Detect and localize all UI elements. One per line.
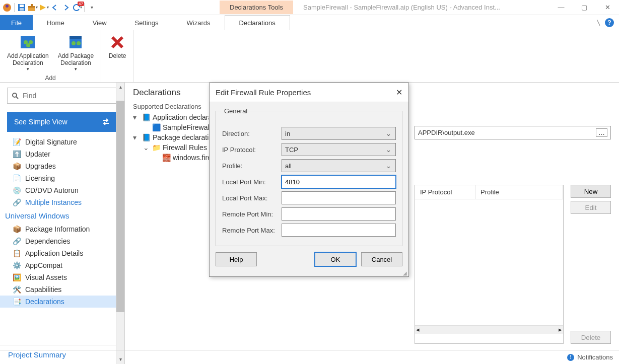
remote-port-min-label: Remote Port Min: — [222, 210, 282, 218]
nav-licensing[interactable]: 📄Licensing — [0, 172, 124, 184]
nav-capabilities[interactable]: 🛠️Capabilities — [0, 283, 124, 296]
remote-port-max-input[interactable] — [282, 224, 396, 237]
nav-updater[interactable]: ⬆️Updater — [0, 148, 124, 160]
ip-protocol-select[interactable]: TCP — [282, 143, 396, 156]
profile-select[interactable]: all — [282, 159, 396, 172]
left-scrollbar[interactable]: ▴ ▾ — [116, 83, 124, 364]
cancel-button[interactable]: Cancel — [361, 252, 402, 266]
chevron-down-icon[interactable]: ▾ — [133, 113, 140, 121]
scroll-up-icon[interactable]: ▴ — [116, 83, 124, 92]
chevron-down-icon[interactable]: ⌄ — [143, 143, 150, 152]
tab-view[interactable]: View — [79, 15, 121, 30]
close-button[interactable]: ✕ — [596, 0, 619, 15]
build-icon[interactable]: ▾ — [28, 3, 38, 13]
back-icon[interactable] — [50, 3, 60, 13]
search-input[interactable] — [7, 88, 117, 104]
svg-point-18 — [13, 93, 17, 97]
nav-package-information[interactable]: 📦Package Information — [0, 223, 124, 235]
upgrades-icon: 📦 — [12, 162, 21, 171]
scroll-left-icon[interactable]: ◂ — [416, 326, 420, 334]
contextual-tab-label: Declarations Tools — [220, 1, 293, 14]
scroll-thumb[interactable] — [116, 101, 124, 312]
nav-cddvd[interactable]: 💿CD/DVD Autorun — [0, 184, 124, 196]
general-legend: General — [222, 107, 249, 115]
col-profile[interactable]: Profile — [475, 185, 563, 199]
qat-customize-icon[interactable]: ▾ — [87, 3, 97, 13]
delete-button[interactable]: Delete — [105, 32, 129, 71]
svg-marker-8 — [40, 5, 46, 11]
maximize-button[interactable]: ▢ — [573, 0, 596, 15]
svg-line-19 — [16, 97, 18, 99]
tab-settings[interactable]: Settings — [121, 15, 173, 30]
svg-point-16 — [72, 41, 76, 45]
assets-icon: 🖼️ — [12, 273, 21, 282]
forward-icon[interactable] — [61, 3, 71, 13]
local-port-max-input[interactable] — [282, 191, 396, 204]
svg-rect-4 — [20, 8, 24, 11]
nav-application-details[interactable]: 📋Application Details — [0, 247, 124, 259]
run-icon[interactable]: ▾ — [39, 3, 49, 13]
decl-icon: 📑 — [12, 297, 21, 306]
local-port-max-label: Local Port Max: — [222, 194, 282, 202]
remote-port-max-label: Remote Port Max: — [222, 227, 282, 234]
updater-icon: ⬆️ — [12, 150, 21, 159]
ok-button[interactable]: OK — [315, 252, 356, 266]
col-ip-protocol[interactable]: IP Protocol — [415, 185, 475, 199]
delete-rule-button[interactable]: Delete — [571, 331, 611, 344]
undo-badge-icon[interactable]: 47 ▾ — [72, 3, 82, 13]
save-icon[interactable] — [17, 3, 27, 13]
nav-digital-signature[interactable]: 📝Digital Signature — [0, 136, 124, 148]
see-simple-view-button[interactable]: See Simple View — [7, 112, 117, 132]
details-icon: 📋 — [12, 249, 21, 258]
add-application-declaration-button[interactable]: Add Application Declaration ▾ — [4, 32, 52, 72]
tab-home[interactable]: Home — [33, 15, 79, 30]
horizontal-scrollbar[interactable]: ◂▸ — [415, 325, 563, 334]
new-rule-button[interactable]: New — [571, 185, 611, 198]
search-icon — [12, 92, 19, 99]
scroll-right-icon[interactable]: ▸ — [559, 326, 562, 334]
minimize-button[interactable]: — — [549, 0, 573, 15]
nav-dependencies[interactable]: 🔗Dependencies — [0, 235, 124, 247]
ribbon-label: Add Package Declaration — [58, 52, 94, 66]
direction-label: Direction: — [222, 130, 282, 137]
profile-label: Profile: — [222, 162, 282, 170]
tab-declarations[interactable]: Declarations — [225, 15, 290, 30]
notification-badge-icon[interactable]: ! — [567, 354, 574, 361]
help-button[interactable]: Help — [216, 252, 257, 266]
local-port-min-input[interactable] — [282, 175, 396, 188]
edit-rule-button[interactable]: Edit — [571, 201, 611, 214]
program-path-field[interactable]: APPDIR\output.exe … — [415, 126, 611, 139]
collapse-ribbon-icon[interactable]: 〵 — [595, 19, 602, 27]
svg-point-13 — [26, 43, 30, 47]
close-icon[interactable]: ✕ — [396, 88, 402, 97]
chevron-down-icon[interactable]: ▾ — [133, 133, 140, 141]
instances-icon: 🔗 — [12, 198, 21, 207]
direction-select[interactable]: in — [282, 127, 396, 140]
browse-button[interactable]: … — [596, 128, 607, 137]
tab-wizards[interactable]: Wizards — [173, 15, 225, 30]
help-icon[interactable]: ? — [605, 18, 614, 27]
svg-point-1 — [6, 5, 9, 8]
add-package-declaration-button[interactable]: Add Package Declaration ▾ — [55, 32, 97, 72]
signature-icon: 📝 — [12, 137, 21, 147]
notifications-label[interactable]: Notifications — [577, 353, 613, 361]
resize-grip-icon[interactable]: ◢ — [210, 271, 408, 276]
nav-upgrades[interactable]: 📦Upgrades — [0, 160, 124, 172]
tab-file[interactable]: File — [0, 15, 33, 30]
svg-rect-6 — [28, 6, 35, 8]
caps-icon: 🛠️ — [12, 285, 21, 294]
nav-visual-assets[interactable]: 🖼️Visual Assets — [0, 271, 124, 283]
deps-icon: 🔗 — [12, 237, 21, 246]
edit-firewall-rule-dialog: Edit Firewall Rule Properties ✕ General … — [209, 83, 409, 277]
licensing-icon: 📄 — [12, 174, 21, 183]
nav-multiple-instances[interactable]: 🔗Multiple Instances — [0, 196, 124, 208]
ribbon-label: Add Application Declaration — [7, 52, 49, 66]
nav-appcompat[interactable]: ⚙️AppCompat — [0, 259, 124, 271]
disc-icon: 💿 — [12, 186, 21, 195]
ribbon-label: Delete — [109, 52, 126, 59]
svg-rect-7 — [31, 4, 33, 6]
remote-port-min-input[interactable] — [282, 207, 396, 221]
nav-declarations[interactable]: 📑Declarations — [0, 296, 124, 308]
svg-point-17 — [77, 41, 81, 45]
compat-icon: ⚙️ — [12, 261, 21, 270]
